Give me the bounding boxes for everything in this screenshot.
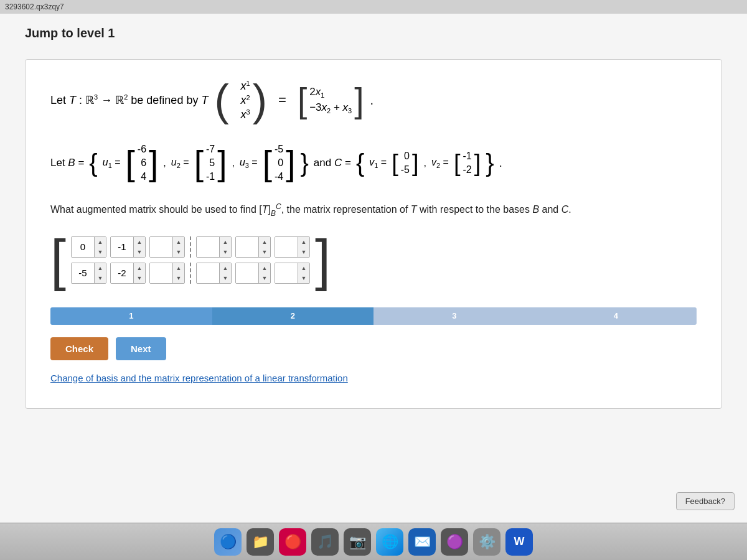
v1-entries: 0 -5 — [398, 147, 412, 179]
cell-1-6[interactable]: ▲ ▼ — [275, 236, 310, 258]
aug-bracket-right: ] — [315, 232, 331, 288]
dock-app-2[interactable]: 🔴 — [279, 528, 306, 556]
cell-1-2[interactable]: ▲ ▼ — [110, 236, 146, 258]
cell-1-5[interactable]: ▲ ▼ — [235, 236, 271, 258]
cell-1-2-down[interactable]: ▼ — [134, 247, 145, 257]
u2-entries: -7 5 -1 — [204, 141, 217, 185]
cell-1-3-input[interactable] — [150, 237, 172, 257]
dock-safari[interactable]: 🌐 — [376, 528, 403, 556]
lhs-row-3: x3 — [232, 108, 250, 121]
dock-mail[interactable]: ✉️ — [408, 528, 436, 556]
dock-app-5[interactable]: 🟣 — [441, 528, 468, 556]
dock-app-4[interactable]: 📷 — [344, 528, 371, 556]
cell-2-4-up[interactable]: ▲ — [220, 263, 231, 273]
and-c-text: and C = — [314, 157, 351, 169]
v1-label: v1 = — [369, 157, 387, 169]
cell-2-6-up[interactable]: ▲ — [298, 263, 309, 273]
cell-1-3-up[interactable]: ▲ — [173, 237, 184, 247]
dock-app-1[interactable]: 📁 — [247, 528, 274, 556]
cell-1-2-input[interactable] — [111, 237, 133, 257]
progress-seg-1: 1 — [50, 307, 212, 325]
cell-2-4-arrows: ▲ ▼ — [219, 263, 231, 283]
aug-row-1: ▲ ▼ ▲ ▼ — [71, 236, 310, 258]
cell-2-4[interactable]: ▲ ▼ — [196, 263, 232, 284]
cell-2-5[interactable]: ▲ ▼ — [235, 263, 271, 284]
u1-e1: -6 — [138, 143, 146, 156]
u2-e3: -1 — [206, 170, 215, 184]
bracket-right-rhs: ] — [354, 83, 364, 118]
cell-1-1-up[interactable]: ▲ — [95, 237, 106, 247]
cell-2-4-input[interactable] — [197, 263, 219, 283]
next-button[interactable]: Next — [116, 337, 166, 360]
mac-dock: 🔵 📁 🔴 🎵 📷 🌐 ✉️ 🟣 ⚙️ W — [0, 523, 747, 560]
cell-2-1-input[interactable] — [72, 263, 94, 283]
cell-2-3[interactable]: ▲ ▼ — [149, 263, 185, 284]
cell-2-3-input[interactable] — [150, 263, 172, 283]
cell-2-1[interactable]: ▲ ▼ — [71, 263, 106, 284]
dashed-separator — [190, 236, 191, 258]
cell-1-6-down[interactable]: ▼ — [298, 247, 309, 257]
set-brace-close-c: } — [486, 151, 494, 175]
cell-2-5-up[interactable]: ▲ — [259, 263, 270, 273]
cell-2-2-input[interactable] — [111, 263, 133, 283]
cell-2-2-up[interactable]: ▲ — [134, 263, 145, 273]
cell-2-2-down[interactable]: ▼ — [134, 273, 145, 283]
cell-2-2[interactable]: ▲ ▼ — [110, 263, 146, 284]
cell-1-3[interactable]: ▲ ▼ — [149, 236, 185, 258]
aug-matrix-grid: ▲ ▼ ▲ ▼ — [66, 231, 315, 289]
question-text: What augmented matrix should be used to … — [50, 201, 697, 219]
cell-1-3-arrows: ▲ ▼ — [172, 237, 184, 257]
cell-1-4-down[interactable]: ▼ — [220, 247, 231, 257]
col-bracket-r-u3: ] — [286, 146, 295, 180]
let-t-definition: Let T : ℝ3 → ℝ2 be defined by T ( x1 x2 … — [50, 78, 697, 122]
cell-1-6-input[interactable] — [275, 237, 298, 257]
cell-1-5-down[interactable]: ▼ — [259, 247, 270, 257]
dock-app-3[interactable]: 🎵 — [311, 528, 339, 556]
cell-1-3-down[interactable]: ▼ — [173, 247, 184, 257]
top-bar: 3293602.qx3zqy7 — [0, 0, 747, 14]
rhs-row-2: −3x2 + x3 — [309, 101, 352, 114]
check-button[interactable]: Check — [50, 337, 108, 360]
progress-seg-3: 3 — [374, 307, 535, 325]
set-brace-close-b: } — [301, 151, 309, 175]
cell-1-4-arrows: ▲ ▼ — [219, 237, 231, 257]
equals-sign: = — [273, 92, 291, 108]
page-id: 3293602.qx3zqy7 — [5, 2, 64, 11]
cell-2-2-arrows: ▲ ▼ — [133, 263, 145, 283]
cell-1-1-input[interactable] — [72, 237, 94, 257]
augmented-matrix-area: [ ▲ ▼ ▲ — [50, 231, 697, 289]
let-b-text: Let B = — [50, 157, 84, 169]
cell-2-1-up[interactable]: ▲ — [95, 263, 106, 273]
cell-1-1[interactable]: ▲ ▼ — [71, 236, 106, 258]
cell-2-6[interactable]: ▲ ▼ — [275, 263, 310, 284]
cell-1-4-input[interactable] — [197, 237, 219, 257]
dock-finder[interactable]: 🔵 — [214, 528, 242, 556]
dock-word[interactable]: W — [505, 528, 533, 556]
cell-1-2-up[interactable]: ▲ — [134, 237, 145, 247]
set-brace-open: { — [89, 151, 97, 175]
u3-label: u3 = — [240, 157, 258, 169]
cell-2-3-up[interactable]: ▲ — [173, 263, 184, 273]
u1-entries: -6 6 4 — [135, 141, 149, 185]
feedback-button[interactable]: Feedback? — [676, 492, 735, 510]
button-row: Check Next — [50, 337, 697, 360]
cell-1-6-up[interactable]: ▲ — [298, 237, 309, 247]
cell-1-1-down[interactable]: ▼ — [95, 247, 106, 257]
cell-2-6-input[interactable] — [275, 263, 298, 283]
col-bracket-l-u3: [ — [263, 146, 272, 180]
dock-app-6[interactable]: ⚙️ — [473, 528, 500, 556]
u3-e1: -5 — [275, 143, 283, 156]
cell-2-6-down[interactable]: ▼ — [298, 273, 309, 283]
cell-2-1-down[interactable]: ▼ — [95, 273, 106, 283]
v2-vector: [ -1 -2 ] — [454, 147, 481, 179]
bottom-link[interactable]: Change of basis and the matrix represent… — [50, 373, 697, 383]
cell-2-5-down[interactable]: ▼ — [259, 273, 270, 283]
cell-1-1-arrows: ▲ ▼ — [94, 237, 106, 257]
cell-1-5-up[interactable]: ▲ — [259, 237, 270, 247]
cell-1-4-up[interactable]: ▲ — [220, 237, 231, 247]
cell-2-5-input[interactable] — [236, 263, 258, 283]
cell-2-4-down[interactable]: ▼ — [220, 273, 231, 283]
cell-2-3-down[interactable]: ▼ — [173, 273, 184, 283]
cell-1-4[interactable]: ▲ ▼ — [196, 236, 232, 258]
cell-1-5-input[interactable] — [236, 237, 258, 257]
